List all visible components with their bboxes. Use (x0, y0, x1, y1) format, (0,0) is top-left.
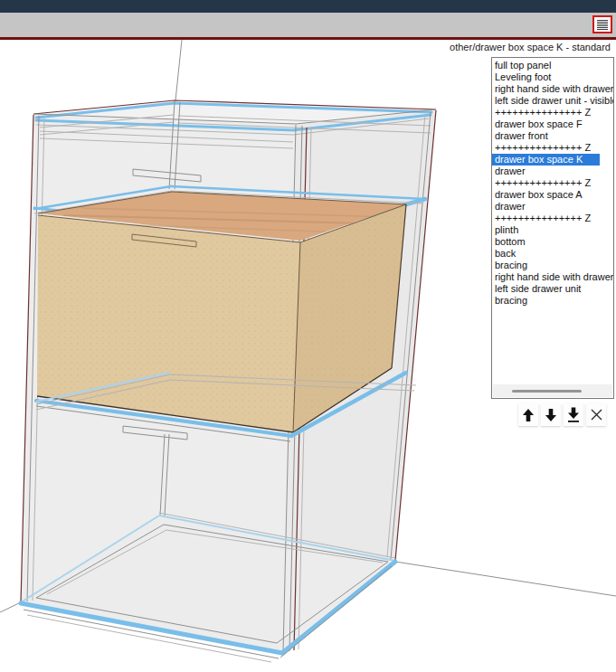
list-item[interactable]: back (492, 248, 613, 260)
hamburger-menu-button[interactable] (592, 15, 612, 33)
list-item[interactable]: full top panel (492, 60, 613, 71)
list-item[interactable]: drawer box space F (492, 118, 613, 130)
move-up-button[interactable] (518, 403, 538, 426)
list-item[interactable]: left side drawer unit - visible (492, 95, 613, 107)
list-item[interactable]: drawer box space K (492, 154, 600, 166)
list-item[interactable]: +++++++++++++++ Z (492, 177, 613, 189)
move-to-bottom-button[interactable] (564, 403, 583, 426)
list-item[interactable]: drawer box space A (492, 189, 613, 201)
list-item[interactable]: right hand side with drawer - (492, 83, 613, 95)
title-bar (0, 0, 616, 13)
list-item[interactable]: +++++++++++++++ Z (492, 142, 613, 154)
component-list: full top panelLeveling footright hand si… (492, 58, 613, 307)
list-item[interactable]: bottom (492, 236, 613, 248)
list-item[interactable]: +++++++++++++++ Z (492, 213, 613, 224)
list-item[interactable]: Leveling foot (492, 71, 613, 83)
component-listbox[interactable]: full top panelLeveling footright hand si… (491, 57, 614, 399)
list-item[interactable]: plinth (492, 224, 613, 236)
arrow-up-icon (522, 408, 535, 422)
list-action-buttons (518, 403, 606, 426)
arrow-down-underline-icon (567, 407, 580, 423)
list-item[interactable]: drawer (492, 166, 613, 177)
list-item[interactable]: left side drawer unit (492, 283, 613, 295)
list-item[interactable]: drawer front (492, 130, 613, 142)
scrollbar-thumb[interactable] (512, 390, 582, 393)
x-icon (590, 408, 603, 421)
delete-button[interactable] (586, 403, 606, 426)
list-item[interactable]: bracing (492, 260, 613, 271)
active-component-path: other/drawer box space K - standard (450, 42, 611, 52)
list-item[interactable]: right hand side with drawer (492, 271, 613, 283)
list-item[interactable]: bracing (492, 295, 613, 307)
list-item[interactable]: +++++++++++++++ Z (492, 107, 613, 118)
list-horizontal-scrollbar[interactable] (493, 384, 612, 397)
move-down-button[interactable] (541, 403, 561, 426)
list-item[interactable]: drawer (492, 201, 613, 213)
toolbar (0, 13, 616, 37)
arrow-down-icon (545, 408, 557, 422)
application-window: other/drawer box space K - standard full… (0, 0, 616, 672)
